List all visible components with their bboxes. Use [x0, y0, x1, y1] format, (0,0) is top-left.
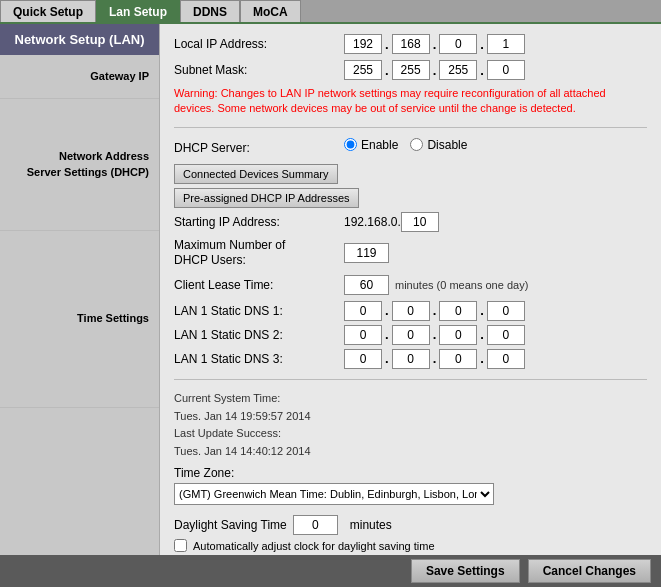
save-settings-btn[interactable]: Save Settings [411, 559, 520, 583]
dns2-label: LAN 1 Static DNS 2: [174, 328, 344, 342]
subnet-dot-1: . [384, 63, 390, 78]
dst-input[interactable] [293, 515, 338, 535]
starting-ip-row: Starting IP Address: 192.168.0. [174, 212, 647, 232]
connected-devices-btn-wrap: Connected Devices Summary Pre-assigned D… [174, 164, 647, 208]
timezone-label: Time Zone: [174, 466, 647, 480]
subnet-octet3[interactable] [439, 60, 477, 80]
local-ip-label: Local IP Address: [174, 37, 344, 51]
dns1-octet4[interactable] [487, 301, 525, 321]
tab-moca[interactable]: MoCA [240, 0, 301, 22]
subnet-row: Subnet Mask: . . . [174, 60, 647, 80]
local-ip-octet3[interactable] [439, 34, 477, 54]
auto-dst-row: Automatically adjust clock for daylight … [174, 539, 647, 552]
ip-dot-2: . [432, 37, 438, 52]
local-ip-octet1[interactable] [344, 34, 382, 54]
dns3-label: LAN 1 Static DNS 3: [174, 352, 344, 366]
subnet-dot-3: . [479, 63, 485, 78]
auto-dst-label: Automatically adjust clock for daylight … [193, 540, 435, 552]
dhcp-disable-text: Disable [427, 138, 467, 152]
time-info: Current System Time: Tues. Jan 14 19:59:… [174, 390, 647, 460]
timezone-select[interactable]: (GMT) Greenwich Mean Time: Dublin, Edinb… [174, 483, 494, 505]
current-time-label: Current System Time: [174, 392, 280, 404]
max-users-label: Maximum Number ofDHCP Users: [174, 238, 344, 269]
dhcp-disable-radio[interactable] [410, 138, 423, 151]
bottom-bar: Save Settings Cancel Changes [0, 555, 661, 587]
lease-time-note: minutes (0 means one day) [395, 279, 528, 291]
sidebar-item-gateway-ip: Gateway IP [0, 55, 159, 99]
dhcp-enable-text: Enable [361, 138, 398, 152]
last-update-label: Last Update Success: [174, 427, 281, 439]
dns2-octet2[interactable] [392, 325, 430, 345]
dns3-octet4[interactable] [487, 349, 525, 369]
lease-time-input[interactable] [344, 275, 389, 295]
max-users-row: Maximum Number ofDHCP Users: [174, 238, 647, 269]
ip-dot-1: . [384, 37, 390, 52]
dhcp-server-label: DHCP Server: [174, 141, 344, 155]
dns3-inputs: . . . [344, 349, 525, 369]
sidebar: Network Setup (LAN) Gateway IP Network A… [0, 24, 160, 555]
dns3-octet1[interactable] [344, 349, 382, 369]
dhcp-enable-radio[interactable] [344, 138, 357, 151]
max-users-input[interactable] [344, 243, 389, 263]
starting-ip-label: Starting IP Address: [174, 215, 344, 229]
subnet-inputs: . . . [344, 60, 525, 80]
starting-ip-prefix: 192.168.0. [344, 215, 401, 229]
dns2-octet1[interactable] [344, 325, 382, 345]
starting-ip-last-octet[interactable] [401, 212, 439, 232]
local-ip-row: Local IP Address: . . . [174, 34, 647, 54]
warning-text: Warning: Changes to LAN IP network setti… [174, 86, 647, 117]
lease-time-row: Client Lease Time: minutes (0 means one … [174, 275, 647, 295]
local-ip-inputs: . . . [344, 34, 525, 54]
dns2-octet4[interactable] [487, 325, 525, 345]
dst-label: Daylight Saving Time [174, 518, 287, 532]
sidebar-title: Network Setup (LAN) [0, 24, 159, 55]
cancel-changes-btn[interactable]: Cancel Changes [528, 559, 651, 583]
auto-dst-checkbox[interactable] [174, 539, 187, 552]
dns3-row: LAN 1 Static DNS 3: . . . [174, 349, 647, 369]
dhcp-radio-group: Enable Disable [344, 138, 467, 152]
content-area: Local IP Address: . . . Subnet Mask: . .… [160, 24, 661, 555]
dhcp-server-row: DHCP Server: Enable Disable [174, 138, 647, 158]
local-ip-octet4[interactable] [487, 34, 525, 54]
dns1-octet1[interactable] [344, 301, 382, 321]
tab-bar: Quick Setup Lan Setup DDNS MoCA [0, 0, 661, 24]
dns3-octet2[interactable] [392, 349, 430, 369]
subnet-octet4[interactable] [487, 60, 525, 80]
last-update-value: Tues. Jan 14 14:40:12 2014 [174, 445, 311, 457]
timezone-row: Time Zone: (GMT) Greenwich Mean Time: Du… [174, 466, 647, 511]
lease-time-label: Client Lease Time: [174, 278, 344, 292]
dns2-inputs: . . . [344, 325, 525, 345]
dns1-octet3[interactable] [439, 301, 477, 321]
dns3-octet3[interactable] [439, 349, 477, 369]
tab-ddns[interactable]: DDNS [180, 0, 240, 22]
dhcp-disable-label[interactable]: Disable [410, 138, 467, 152]
tab-quick-setup[interactable]: Quick Setup [0, 0, 96, 22]
dns1-inputs: . . . [344, 301, 525, 321]
local-ip-octet2[interactable] [392, 34, 430, 54]
dst-unit: minutes [350, 518, 392, 532]
preassigned-btn[interactable]: Pre-assigned DHCP IP Addresses [174, 188, 359, 208]
dns2-octet3[interactable] [439, 325, 477, 345]
current-time-value: Tues. Jan 14 19:59:57 2014 [174, 410, 311, 422]
dns1-row: LAN 1 Static DNS 1: . . . [174, 301, 647, 321]
subnet-octet2[interactable] [392, 60, 430, 80]
ip-dot-3: . [479, 37, 485, 52]
dst-row: Daylight Saving Time minutes [174, 515, 647, 535]
dns1-label: LAN 1 Static DNS 1: [174, 304, 344, 318]
dns2-row: LAN 1 Static DNS 2: . . . [174, 325, 647, 345]
starting-ip-group: 192.168.0. [344, 212, 439, 232]
subnet-octet1[interactable] [344, 60, 382, 80]
divider-1 [174, 127, 647, 128]
divider-2 [174, 379, 647, 380]
main-content: Network Setup (LAN) Gateway IP Network A… [0, 24, 661, 555]
connected-devices-btn[interactable]: Connected Devices Summary [174, 164, 338, 184]
subnet-dot-2: . [432, 63, 438, 78]
dhcp-enable-label[interactable]: Enable [344, 138, 398, 152]
dns1-octet2[interactable] [392, 301, 430, 321]
sidebar-item-dhcp: Network AddressServer Settings (DHCP) [0, 99, 159, 231]
subnet-label: Subnet Mask: [174, 63, 344, 77]
tab-lan-setup[interactable]: Lan Setup [96, 0, 180, 22]
sidebar-item-time: Time Settings [0, 231, 159, 407]
